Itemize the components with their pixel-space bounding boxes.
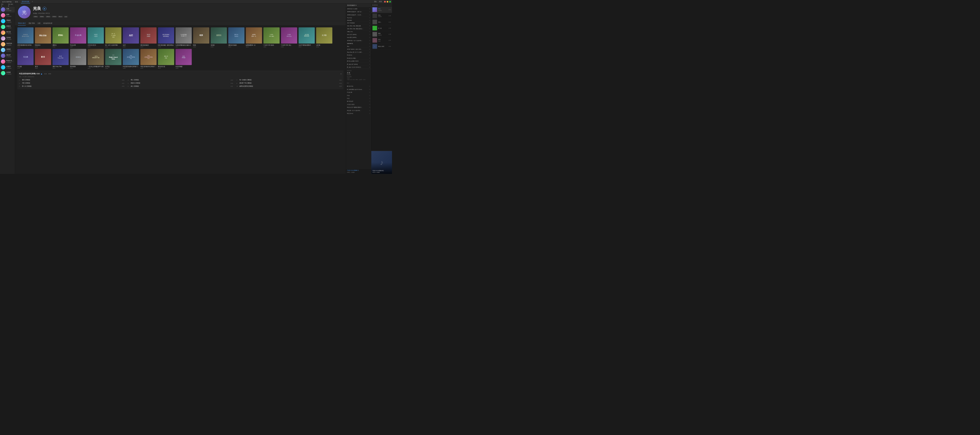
minimize-button[interactable] xyxy=(387,1,388,3)
album-item-10[interactable]: 绝美 绝美 2020 xyxy=(193,27,209,48)
queue-item-4[interactable]: ♪ 月光 争霸 4:29 xyxy=(371,37,392,43)
sidebar-item-liangbo[interactable]: 梁 梁博 28 张专辑 xyxy=(0,13,15,18)
album-item-2[interactable]: 爱情论 爱情论 2004 xyxy=(52,27,69,48)
tag-2020s[interactable]: 2020s xyxy=(52,16,57,17)
song-item-0[interactable]: 1901年的一位母亲 0 xyxy=(346,8,371,10)
tag-blues[interactable]: Blues xyxy=(58,16,63,17)
tab-wubeipiano[interactable]: 文武贝 钢琴曲 xyxy=(1,0,13,3)
album-item-17[interactable]: 太天真 太天真 2010 xyxy=(316,27,332,48)
sidebar-item-linyl[interactable]: 林 林亿莲 27 张专辑 xyxy=(0,30,15,35)
album-item-20[interactable]: 童话Fairy Tale 童话 Fairy Tale 2021 xyxy=(52,49,69,69)
song-item-17[interactable]: 阿比安吉 (伴奏) 0 xyxy=(346,57,371,59)
tab-more-albums[interactable]: 更多专辑 xyxy=(29,21,35,25)
now-playing-item[interactable]: ♪ 月光 胡彦斌 4:51 xyxy=(371,6,392,13)
lyric-item-2[interactable]: 不会分离 0 xyxy=(346,91,371,94)
queue-item-0[interactable]: ♪ 月光 胡彦斌 4:39 xyxy=(371,13,392,19)
maximize-button[interactable] xyxy=(389,1,391,3)
sidebar-item-wu[interactable]: 吴 吴克群 25 张专辑 xyxy=(0,70,15,76)
suggest-song-1[interactable]: 对联文: 音频前 xyxy=(347,171,370,173)
tab-similar-artists[interactable]: 相似的演出者 xyxy=(43,21,52,25)
album-item-6[interactable]: 光芒 光芒 2002 xyxy=(123,27,139,48)
lyric-item-1[interactable]: 别人都说我们会分开 (Live) 0 xyxy=(346,88,371,91)
queue-item-3[interactable]: ♪ 英雄 胡彦斌 4:38 xyxy=(371,31,392,37)
album-item-25[interactable]: 约定(首张创作纪录辑)CD2 约定(首张创作纪录辑) CD2 2006 xyxy=(140,49,157,69)
song-item-19[interactable]: 爱上她 光芒 [2002] 0 xyxy=(346,63,371,65)
song-item-18[interactable]: 爱可以点亮整个世界 0 xyxy=(346,60,371,63)
album-item-19[interactable]: 童话 童话 2005 xyxy=(35,49,51,69)
lyric-item-4[interactable]: 出走 0 xyxy=(346,97,371,100)
sidebar-item-ren[interactable]: 任 任贤齐 25 张专辑 xyxy=(0,64,15,70)
song-item-6[interactable]: I Am Who I Am 我就是我 0 xyxy=(346,24,371,27)
album-item-26[interactable]: 最近的永远 最近的永远 2019 xyxy=(158,49,174,69)
song-item-8[interactable]: I Miss You 0 xyxy=(346,30,371,33)
sidebar-item-linjj[interactable]: 林 林俊杰 27 张专辑 xyxy=(0,24,15,30)
album-item-0[interactable]: 2009首张数码音乐专辑 2009首张数码音乐专辑 2009 xyxy=(18,27,33,48)
song-item-2[interactable]: 2999年的圣诞节 - 十光年... 0 xyxy=(346,13,371,16)
sidebar-item-guangliang[interactable]: 光 光良 28 张专辑 xyxy=(0,6,15,13)
album-item-13[interactable]: 如果能重来一次 如果能重来一次 2005 xyxy=(246,27,262,48)
song-item-12[interactable]: MAMAK帖 0 xyxy=(346,42,371,45)
song-item-10[interactable]: Intro 重话 [2005] 0 xyxy=(346,36,371,39)
queue-item-5[interactable]: ♪ 枕边人的话 3:44 xyxy=(371,43,392,49)
lyric-item-9[interactable]: 单恋 (Live) 0 xyxy=(346,112,371,115)
bottom-track-0[interactable]: 1 童话 (演奏版) 4:28 xyxy=(19,79,124,81)
lyric-item-5[interactable]: 春天花会开 0 xyxy=(346,100,371,103)
album-item-18[interactable]: 天之籁 天之籁 2015 xyxy=(18,49,33,69)
tab-notes[interactable]: 注意 xyxy=(38,21,40,25)
tag-2010s[interactable]: 2010s xyxy=(45,16,51,17)
close-button[interactable] xyxy=(384,1,386,3)
lyric-item-8[interactable]: 单恋 第一次个人创作专... 0 xyxy=(346,109,371,112)
add-tab-button[interactable]: + xyxy=(32,1,33,3)
locate-label[interactable]: 定位 xyxy=(374,1,377,3)
bottom-track-4[interactable]: 5 想放你 (演奏版) 3:58 xyxy=(128,82,233,84)
album-item-23[interactable]: 光良 Right HandSide 右手边 2008 xyxy=(105,49,121,69)
queue-item-2[interactable]: ♪ 在一起 4:38 xyxy=(371,25,392,31)
song-item-15[interactable]: Stop Now 第一次个人创作... 0 xyxy=(346,51,371,54)
lyric-item-0[interactable]: 哪天所不在 0 xyxy=(346,85,371,88)
sidebar-item-fan[interactable]: 范 范玮琪 26 张专辑 xyxy=(0,35,15,41)
bottom-track-1[interactable]: 2 天堂 (演奏版) 4:25 xyxy=(19,82,124,84)
tag-2000s[interactable]: 2000s xyxy=(39,16,45,17)
song-item-1[interactable]: 2999年的圣诞节 - 光芒 [2... 0 xyxy=(346,10,371,13)
lyric-item-3[interactable]: 不该 0 xyxy=(346,94,371,97)
tab-browser[interactable]: 音乐浏览器 xyxy=(21,0,30,3)
song-item-4[interactable]: ENDING 0 xyxy=(346,19,371,22)
suggest-song-0[interactable]: 干架万马 有谁能称王 xyxy=(347,170,370,171)
sidebar-item-hai[interactable]: 海 海未同木 26 张专辑 xyxy=(0,41,15,47)
song-item-14[interactable]: STOP NOW 十光年·CD2... 0 xyxy=(346,48,371,51)
song-item-11[interactable]: INTRO 第一次个人创作专... 0 xyxy=(346,39,371,42)
bottom-play-button[interactable]: ▶ xyxy=(41,73,42,75)
song-item-7[interactable]: I Am Who I Am 我就是我 [L... 0 xyxy=(346,27,371,30)
song-item-5[interactable]: HEY FRIEND 0 xyxy=(346,22,371,24)
album-item-11[interactable]: 流浪汉 流浪汉 2000 xyxy=(211,27,227,48)
bottom-track-2[interactable]: 3 第一次 (演奏版) 4:59 xyxy=(19,85,124,87)
album-item-27[interactable]: 作品李家盛 作品李家盛 1999 xyxy=(175,49,192,69)
artist-info-nav[interactable]: 演出者信息 xyxy=(8,3,14,6)
album-item-9[interactable]: 九种使用孤独的正确方式 九种使用孤独的正确方式 2017 xyxy=(175,27,192,48)
album-item-4[interactable]: 大宝贝小宝贝 大宝贝小宝贝 2021 xyxy=(88,27,104,48)
song-item-20[interactable]: 爱上她 十光年·CD2 俗位... 0 xyxy=(346,66,371,69)
album-item-21[interactable]: 星的细致 星的细致 2015 xyxy=(70,49,86,69)
album-item-15[interactable]: 十光年CD2 良心 十光年 CD2 良心 2006 xyxy=(281,27,297,48)
tab-albums-stats[interactable]: 专辑 & 统计 xyxy=(18,21,26,25)
queue-item-1[interactable]: ♪ 月光... 4:41 xyxy=(371,19,392,25)
bottom-track-9[interactable]: 10 如果你还爱我 (演奏版) 4:26 xyxy=(237,85,342,87)
bottom-track-5[interactable]: 6 多心 (演奏版) 4:31 xyxy=(128,85,233,87)
bottom-track-7[interactable]: 8 是你爱了吗 (演奏版) 3:56 xyxy=(237,82,342,84)
bottom-track-6[interactable]: 7 每一次喊你 (演奏版) 3:45 xyxy=(237,79,342,81)
album-item-7[interactable]: 回忆里的疯狂 回忆里的疯狂 2013 xyxy=(140,27,157,48)
album-item-5[interactable]: 第一次个人创作专辑 第一次个人创作专辑 2001 xyxy=(105,27,121,48)
tag-pop[interactable]: pop xyxy=(64,16,68,17)
album-item-24[interactable]: 约定(首张创作纪录辑)CD1 约定(首张创作纪录辑) CD1 2006 xyxy=(123,49,139,69)
album-item-8[interactable]: 回忆里的疯狂巡回演唱会 回忆里的疯狂 巡回演唱会 2016 xyxy=(158,27,174,48)
bottom-close-button[interactable]: ✕ xyxy=(340,73,342,75)
song-item-9[interactable]: Intro 光芒 [2002] 0 xyxy=(346,33,371,36)
bottom-track-3[interactable]: 4 掌心 (演奏版) 4:00 xyxy=(128,79,233,81)
sidebar-item-ni[interactable]: 倪 倪静茹 26 张专辑 xyxy=(0,47,15,53)
album-item-1[interactable]: 阿比安吉 阿比安吉 2018 xyxy=(35,27,51,48)
tag-1990s[interactable]: 1990s xyxy=(33,16,38,17)
sidebar-item-ge[interactable]: 葛 葛文罗 26 张专辑 xyxy=(0,53,15,59)
sidebar-item-denglj[interactable]: 邓 邓丽君 27 张专辑 xyxy=(0,18,15,24)
lyric-item-6[interactable]: 大宝贝小宝贝 0 xyxy=(346,103,371,106)
sidebar-item-peder[interactable]: P Peder B. Hel... 25 张专辑 xyxy=(0,59,15,64)
